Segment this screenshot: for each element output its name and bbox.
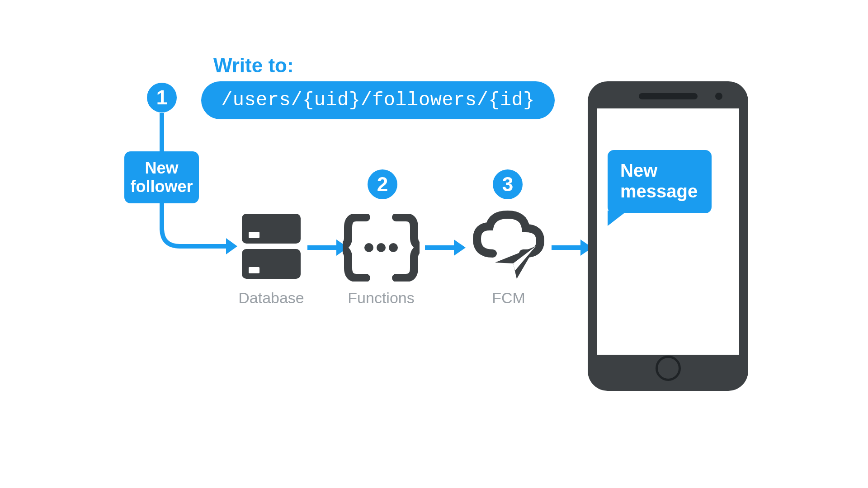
arrow-functions-to-fcm <box>425 239 466 256</box>
database-icon <box>235 210 307 282</box>
svg-rect-1 <box>249 232 259 238</box>
svg-point-5 <box>377 243 386 252</box>
functions-label: Functions <box>340 289 422 307</box>
step-badge-1: 1 <box>147 83 177 113</box>
svg-point-4 <box>364 243 373 252</box>
step-badge-3: 3 <box>493 169 523 199</box>
connector-step1-to-trigger <box>160 113 164 154</box>
phone-device: New message <box>588 81 748 391</box>
write-to-label: Write to: <box>213 54 294 77</box>
notification-bubble: New message <box>608 150 712 213</box>
functions-icon <box>343 214 420 282</box>
svg-rect-0 <box>242 214 301 244</box>
svg-rect-3 <box>249 267 259 273</box>
fcm-label: FCM <box>470 289 547 307</box>
write-path-pill: /users/{uid}/followers/{id} <box>201 81 555 119</box>
arrow-trigger-to-database <box>158 197 237 255</box>
fcm-icon <box>468 210 549 282</box>
phone-screen: New message <box>597 108 739 355</box>
arrow-fcm-to-phone <box>552 239 592 256</box>
trigger-new-follower: New follower <box>124 151 199 203</box>
database-label: Database <box>231 289 312 307</box>
phone-camera-dot <box>715 93 722 100</box>
arrow-database-to-functions <box>307 239 348 256</box>
diagram-canvas: Write to: /users/{uid}/followers/{id} 1 … <box>108 45 760 416</box>
step-badge-2: 2 <box>368 169 397 199</box>
svg-point-6 <box>389 243 398 252</box>
svg-rect-2 <box>242 249 301 279</box>
